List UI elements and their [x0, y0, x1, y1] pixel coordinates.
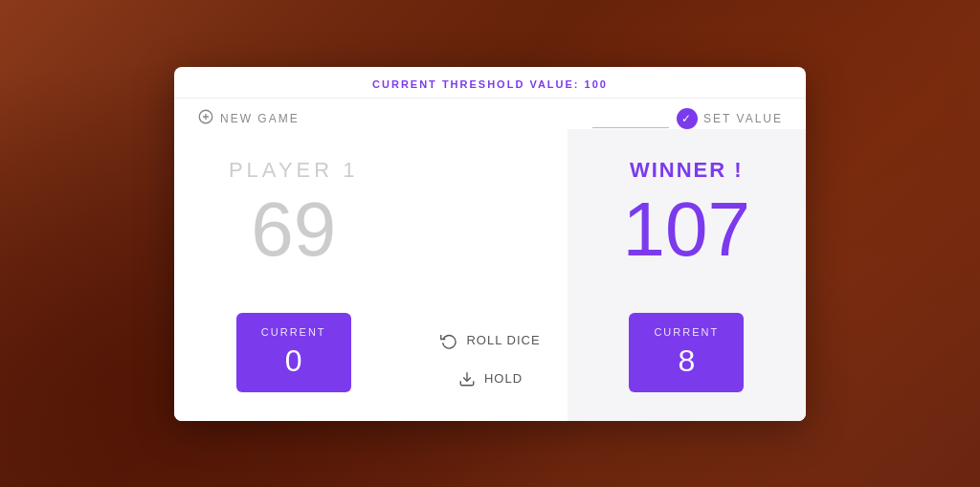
- hold-button[interactable]: HOLD: [450, 365, 530, 392]
- player1-current-value: 0: [246, 343, 342, 379]
- threshold-value: 100: [585, 78, 608, 90]
- refresh-icon: [439, 331, 458, 350]
- new-game-button[interactable]: NEW GAME: [197, 108, 300, 128]
- player1-score: 69: [251, 188, 336, 272]
- roll-dice-button[interactable]: ROLL DICE: [432, 327, 547, 354]
- center-controls: ROLL DICE HOLD: [412, 129, 567, 421]
- game-modal: CURRENT THRESHOLD VALUE: 100 NEW GAME ✓ …: [174, 67, 806, 421]
- threshold-label: CURRENT THRESHOLD VALUE:: [372, 78, 579, 90]
- roll-dice-label: ROLL DICE: [466, 333, 540, 347]
- player1-current-box: CURRENT 0: [236, 313, 351, 392]
- check-icon: ✓: [677, 108, 698, 129]
- new-game-label: NEW GAME: [220, 112, 300, 125]
- set-value-label: SET VALUE: [703, 112, 783, 125]
- set-value-area: ✓ SET VALUE: [592, 108, 783, 129]
- player1-current-label: CURRENT: [246, 326, 342, 338]
- player1-panel: PLAYER 1 69 CURRENT 0: [174, 129, 412, 421]
- player2-current-label: CURRENT: [638, 326, 734, 338]
- hold-icon: [457, 369, 477, 388]
- threshold-bar: CURRENT THRESHOLD VALUE: 100: [174, 67, 806, 99]
- player2-name: WINNER !: [630, 158, 744, 183]
- player2-panel: WINNER ! 107 CURRENT 8: [568, 129, 806, 421]
- hold-label: HOLD: [484, 371, 523, 386]
- player2-current-box: CURRENT 8: [629, 313, 744, 392]
- threshold-input[interactable]: [592, 109, 669, 128]
- game-area: PLAYER 1 69 CURRENT 0 ROLL DICE HOLD: [174, 129, 806, 421]
- player1-name: PLAYER 1: [229, 158, 359, 183]
- player2-score: 107: [623, 188, 750, 272]
- player2-current-value: 8: [638, 343, 734, 379]
- set-value-button[interactable]: ✓ SET VALUE: [677, 108, 783, 129]
- plus-circle-icon: [197, 108, 214, 128]
